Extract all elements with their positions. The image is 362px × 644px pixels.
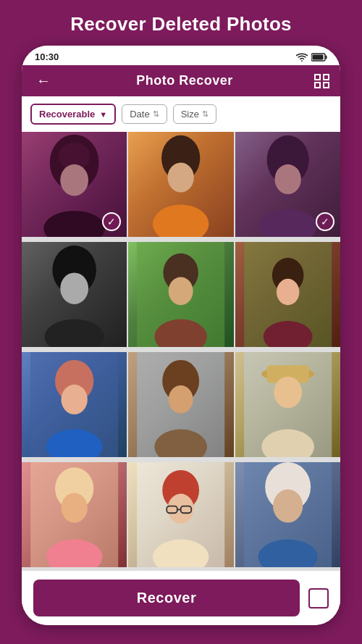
svg-point-15: [44, 319, 104, 348]
photo-cell-6[interactable]: [235, 242, 340, 347]
svg-point-14: [60, 272, 88, 304]
svg-point-26: [61, 385, 87, 414]
portrait-12: [235, 462, 340, 567]
filter-bar: Recoverable ▼ Date ⇅ Size ⇅: [22, 96, 340, 132]
photo-cell-9[interactable]: [235, 352, 340, 457]
bottom-bar: Recover: [22, 571, 340, 625]
status-bar: 10:30: [22, 46, 340, 65]
photo-grid: ✓ ✓: [22, 132, 340, 571]
grid-icon[interactable]: [314, 74, 330, 88]
size-sort[interactable]: Size ⇅: [173, 104, 216, 124]
portrait-5: [128, 242, 233, 347]
date-sort-arrow: ⇅: [153, 109, 159, 119]
photo-cell-5[interactable]: [128, 242, 233, 347]
toolbar: ← Photo Recover: [22, 65, 340, 96]
phone-frame: 10:30 ← Photo Recover Recover: [22, 46, 340, 625]
svg-point-22: [277, 279, 299, 305]
wifi-icon: [296, 53, 308, 62]
svg-point-50: [273, 490, 303, 523]
svg-point-18: [169, 277, 193, 305]
size-label: Size: [181, 109, 199, 120]
portrait-8: [128, 352, 233, 457]
photo-cell-10[interactable]: [22, 462, 127, 567]
date-sort[interactable]: Date ⇅: [122, 104, 167, 124]
svg-point-8: [168, 162, 194, 192]
toolbar-title: Photo Recover: [136, 73, 233, 88]
date-label: Date: [130, 109, 149, 120]
svg-point-30: [169, 385, 193, 414]
checkmark-1: ✓: [107, 217, 116, 227]
portrait-4: [22, 242, 127, 347]
svg-point-9: [153, 205, 209, 238]
select-all-checkbox[interactable]: [308, 588, 329, 609]
photo-cell-1[interactable]: ✓: [22, 132, 127, 237]
recoverable-label: Recoverable: [39, 109, 95, 120]
portrait-10: [22, 462, 127, 567]
status-time: 10:30: [35, 51, 59, 62]
back-button[interactable]: ←: [32, 72, 55, 89]
photo-cell-4[interactable]: [22, 242, 127, 347]
status-icons: [296, 53, 327, 62]
svg-point-39: [61, 493, 87, 522]
photo-cell-2[interactable]: [128, 132, 233, 237]
recoverable-filter[interactable]: Recoverable ▼: [30, 104, 116, 125]
portrait-2: [128, 132, 233, 237]
photo-cell-7[interactable]: [22, 352, 127, 457]
photo-cell-11[interactable]: [128, 462, 233, 567]
portrait-11: [128, 462, 233, 567]
checkmark-3: ✓: [321, 217, 329, 227]
portrait-7: [22, 352, 127, 457]
recover-button[interactable]: Recover: [33, 580, 300, 616]
svg-rect-2: [313, 54, 324, 59]
dropdown-arrow: ▼: [99, 110, 107, 119]
photo-cell-3[interactable]: ✓: [235, 132, 340, 237]
size-sort-arrow: ⇅: [202, 109, 209, 119]
battery-icon: [311, 53, 327, 62]
portrait-6: [235, 242, 340, 347]
photo-cell-8[interactable]: [128, 352, 233, 457]
page-title: Recover Deleted Photos: [56, 0, 306, 46]
svg-rect-1: [326, 55, 327, 59]
svg-point-35: [274, 377, 302, 409]
portrait-9: [235, 352, 340, 457]
photo-cell-12[interactable]: [235, 462, 340, 567]
